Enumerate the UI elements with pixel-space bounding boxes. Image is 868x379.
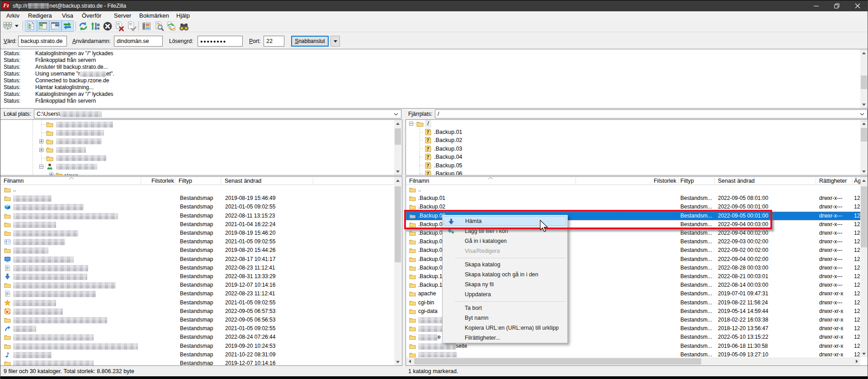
scrollbar-thumb[interactable]	[861, 76, 867, 89]
column-separator[interactable]	[221, 178, 221, 184]
scroll-down-arrow[interactable]	[860, 168, 868, 175]
column-separator[interactable]	[313, 178, 313, 184]
scroll-down-arrow[interactable]	[860, 101, 868, 108]
context-menu-item[interactable]: Kopiera URL:en (URL:erna) till urklipp	[443, 323, 566, 333]
file-row[interactable]: ..	[406, 185, 860, 194]
scrollbar-thumb[interactable]	[395, 186, 401, 262]
restore-button[interactable]	[826, 0, 847, 11]
tree-expander-minus-icon[interactable]	[409, 122, 413, 126]
file-row[interactable]: Bestandsmap 2019-08-19 15:46:49	[0, 194, 394, 203]
file-row[interactable]: Bestandsmap 2022-08-17 10:41:17	[0, 255, 394, 264]
menu-visa[interactable]: Visa	[62, 11, 73, 20]
toolbar-button-synchronized-browsing[interactable]	[166, 21, 177, 32]
tree-item-label[interactable]: .Backup.01	[434, 128, 488, 136]
file-row[interactable]: .Backup.01 Bestandsm... 2022-09-05 08:01…	[406, 194, 860, 203]
file-row[interactable]: Bestandsmap 2022-08-23 11:12:41	[0, 289, 394, 298]
menu-overfor[interactable]: Överför	[82, 11, 101, 20]
file-row[interactable]: Bestandsmap 2022-09-05 06:57:53	[0, 307, 394, 316]
redacted-tree-item[interactable]	[56, 130, 104, 136]
context-menu-item[interactable]: Byt namn	[443, 313, 566, 323]
redacted-tree-item[interactable]	[56, 122, 113, 128]
toolbar-button-refresh-file-lists[interactable]	[78, 21, 89, 32]
redacted-tree-item[interactable]	[56, 147, 86, 153]
remote-list-scrollbar[interactable]	[860, 177, 868, 357]
column-header-senast-andrad[interactable]: Senast ändrad	[225, 177, 261, 185]
toolbar-button-toggle-message-log[interactable]	[25, 20, 37, 32]
toolbar-button-toggle-remote-tree[interactable]	[49, 20, 61, 32]
column-separator[interactable]	[678, 178, 679, 184]
toolbar-button-toggle-local-tree[interactable]	[37, 20, 49, 32]
file-row[interactable]: ..	[0, 185, 394, 194]
menu-hjalp[interactable]: Hjälp	[176, 11, 190, 20]
redacted-tree-item[interactable]	[56, 164, 97, 170]
context-menu-item[interactable]: Filrättigheter...	[443, 333, 566, 343]
column-header-filnamn[interactable]: Filnamn	[409, 177, 429, 185]
column-header-agare-grupp[interactable]: Äg	[854, 177, 860, 185]
tree-expander-plus-icon[interactable]	[49, 173, 53, 175]
toolbar-button-cancel-operation[interactable]	[102, 21, 113, 32]
scroll-left-arrow[interactable]	[406, 358, 413, 365]
minimize-button[interactable]	[806, 0, 826, 11]
context-menu-item[interactable]: Visa/Redigera	[443, 246, 566, 256]
tree-expander-minus-icon[interactable]	[39, 165, 43, 169]
file-row[interactable]: Bestandsmap 2019-08-20 15:44:26	[0, 246, 394, 255]
host-input[interactable]: backup.strato.de	[18, 36, 67, 47]
column-header-filnamn[interactable]: Filnamn	[4, 177, 24, 185]
scroll-right-arrow[interactable]	[853, 358, 860, 365]
remote-path-combobox[interactable]: /	[435, 109, 868, 118]
tree-item-root[interactable]: /	[425, 120, 431, 128]
local-list-scrollbar[interactable]	[394, 177, 401, 365]
column-separator[interactable]	[714, 178, 715, 184]
combo-chevron-icon[interactable]	[394, 113, 398, 116]
context-menu-item[interactable]: Skapa ny fil	[443, 280, 566, 289]
local-tree-scrollbar[interactable]	[394, 120, 401, 175]
file-row[interactable]: Bestandsmap 2021-01-05 09:02:55	[0, 203, 394, 211]
menu-arkiv[interactable]: Arkiv	[6, 11, 19, 20]
tree-item-label[interactable]: .Backup.04	[434, 153, 488, 161]
scroll-down-arrow[interactable]	[394, 358, 401, 365]
scroll-up-arrow[interactable]	[860, 49, 868, 57]
scrollbar-thumb[interactable]	[861, 128, 867, 142]
context-menu-item[interactable]: Ta bort	[443, 303, 566, 313]
column-header-filtyp[interactable]: Filtyp	[680, 177, 694, 185]
context-menu-item[interactable]: Skapa katalog	[443, 260, 566, 270]
column-separator[interactable]	[141, 178, 141, 184]
scroll-down-arrow[interactable]	[860, 350, 868, 357]
quickconnect-dropdown-button[interactable]	[330, 36, 340, 47]
toolbar-button-find-files[interactable]	[178, 21, 190, 32]
close-button[interactable]	[847, 0, 868, 11]
redacted-tree-item[interactable]	[56, 138, 102, 144]
port-input[interactable]: 22	[264, 36, 284, 47]
file-row[interactable]: Bestandsmap 2022-09-05 06:56:53	[0, 316, 394, 324]
file-row[interactable]: Bestandsmap 2019-08-19 15:46:20	[0, 229, 394, 237]
toolbar-button-process-transfer-queue[interactable]	[90, 21, 101, 32]
tree-item-label[interactable]: .Backup.03	[434, 145, 488, 152]
file-row[interactable]: Bestandsmap 2019-12-07 10:14:16	[0, 359, 394, 365]
scrollbar-thumb[interactable]	[861, 186, 867, 247]
scrollbar-thumb[interactable]	[395, 128, 401, 145]
file-row[interactable]: Bestandsmap 2021-01-05 09:02:55	[0, 324, 394, 333]
scrollbar-thumb[interactable]	[414, 358, 701, 365]
toolbar-button-site-manager-dropdown[interactable]	[14, 20, 20, 31]
file-row[interactable]: Bestandsmap 2021-01-05 09:02:55	[0, 237, 394, 246]
local-path-combobox[interactable]: C:\Users\	[34, 109, 401, 118]
column-separator[interactable]	[576, 178, 576, 184]
combo-chevron-icon[interactable]	[860, 113, 864, 116]
tree-item-label[interactable]: .Backup.05	[434, 162, 488, 169]
file-row[interactable]: Bestandsmap 2019-09-20 10:24:53	[0, 342, 394, 351]
log-scrollbar[interactable]	[860, 49, 868, 108]
column-header-filstorlek[interactable]: Filstorlek	[151, 177, 174, 185]
remote-list-hscrollbar[interactable]	[406, 357, 860, 365]
file-row[interactable]: Bestandsm... 2019-05-09 13:27:10 drwxr-x…	[406, 351, 860, 357]
scroll-down-arrow[interactable]	[394, 168, 401, 175]
tree-expander-plus-icon[interactable]	[39, 139, 43, 143]
tree-item-label[interactable]: .Backup.02	[434, 137, 488, 144]
scroll-up-arrow[interactable]	[860, 177, 868, 184]
file-row[interactable]: Bestandsmap 2022-08-31 13:33:29	[0, 272, 394, 281]
tree-expander-plus-icon[interactable]	[39, 148, 43, 152]
menu-bokmarken[interactable]: Bokmärken	[139, 11, 169, 20]
file-row[interactable]: Bestandsmap 2021-01-04 16:22:24	[0, 220, 394, 229]
column-header-filtyp[interactable]: Filtyp	[179, 177, 192, 185]
username-input[interactable]: dindomän.se	[114, 36, 163, 47]
tree-item-label[interactable]: .Backup.06	[434, 170, 488, 175]
